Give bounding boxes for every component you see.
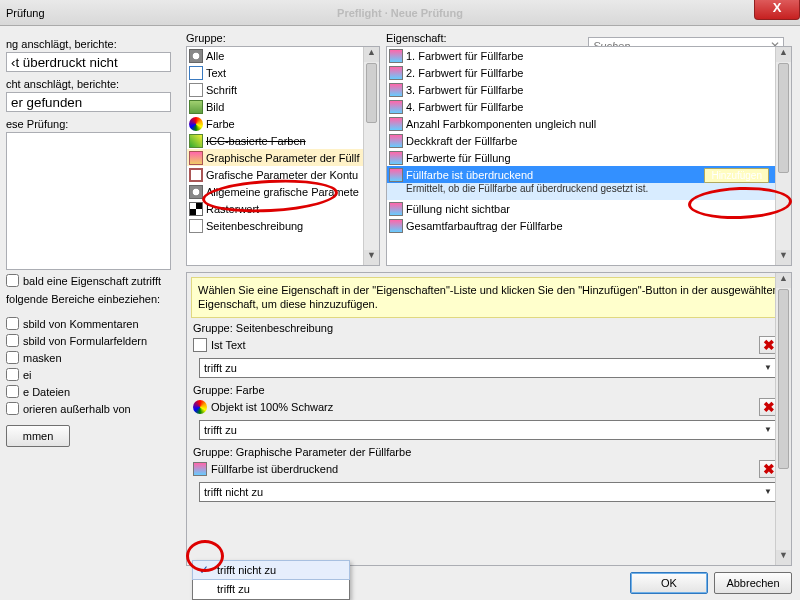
lbl-comments: sbild von Kommentaren xyxy=(23,318,139,330)
property-item-icon xyxy=(389,219,403,233)
property-item-label: Füllung nicht sichtbar xyxy=(406,203,510,215)
scroll-thumb[interactable] xyxy=(366,63,377,123)
lbl-masks: masken xyxy=(23,352,62,364)
window-title: Prüfung xyxy=(6,7,45,19)
chk-masks[interactable] xyxy=(6,351,19,364)
ok-button[interactable]: OK xyxy=(630,572,708,594)
label-include: folgende Bereiche einbeziehen: xyxy=(6,293,174,305)
property-panel: Eigenschaft: ✕ 1. Farbwert für Füllfarbe… xyxy=(386,32,792,266)
property-item-label: Gesamtfarbauftrag der Füllfarbe xyxy=(406,220,563,232)
property-item-icon xyxy=(389,202,403,216)
window-subtitle: Preflight · Neue Prüfung xyxy=(0,7,800,19)
property-item[interactable]: Gesamtfarbauftrag der Füllfarbe xyxy=(387,217,791,234)
popup-item-not-applies[interactable]: ✓ trifft nicht zu xyxy=(192,560,350,580)
scrollbar[interactable]: ▲ ▼ xyxy=(775,273,791,565)
property-item[interactable]: 3. Farbwert für Füllfarbe xyxy=(387,81,791,98)
description-box[interactable] xyxy=(6,132,171,270)
group-item-label: Alle xyxy=(206,50,224,62)
property-item-icon xyxy=(389,100,403,114)
group-item[interactable]: Seitenbeschreibung xyxy=(187,217,379,234)
popup-item-applies[interactable]: trifft zu xyxy=(193,579,349,599)
cancel-button[interactable]: Abbrechen xyxy=(714,572,792,594)
label-reports-hit: ng anschlägt, berichte: xyxy=(6,38,174,50)
input-reports-hit[interactable] xyxy=(6,52,171,72)
property-item-label: Anzahl Farbkomponenten ungleich null xyxy=(406,118,596,130)
group-panel: Gruppe: AlleTextSchriftBildFarbeICC-basi… xyxy=(186,32,380,266)
property-item-icon xyxy=(389,83,403,97)
group-item[interactable]: Grafische Parameter der Kontu xyxy=(187,166,379,183)
group-item[interactable]: Alle xyxy=(187,47,379,64)
lbl-outside: orieren außerhalb von xyxy=(23,403,131,415)
property-item-icon xyxy=(389,117,403,131)
group-item-label: Graphische Parameter der Füllf xyxy=(206,152,359,164)
group-item-label: Farbe xyxy=(206,118,235,130)
add-button[interactable]: Hinzufügen xyxy=(704,168,769,183)
property-item[interactable]: 4. Farbwert für Füllfarbe xyxy=(387,98,791,115)
property-item-label: 1. Farbwert für Füllfarbe xyxy=(406,50,523,62)
condition-dropdown[interactable]: trifft nicht zu▼ xyxy=(199,482,779,502)
property-item[interactable]: 2. Farbwert für Füllfarbe xyxy=(387,64,791,81)
chevron-down-icon: ▼ xyxy=(760,361,776,375)
scroll-down-icon[interactable]: ▼ xyxy=(364,250,379,265)
popup-item-label: trifft nicht zu xyxy=(217,564,276,576)
condition-dropdown[interactable]: trifft zu▼ xyxy=(199,358,779,378)
condition-icon xyxy=(193,338,207,352)
scroll-thumb[interactable] xyxy=(778,63,789,173)
property-item[interactable]: Füllung nicht sichtbar xyxy=(387,200,791,217)
group-item[interactable]: ICC-basierte Farben xyxy=(187,132,379,149)
group-item-label: Bild xyxy=(206,101,224,113)
scrollbar[interactable]: ▲ ▼ xyxy=(775,47,791,265)
property-list[interactable]: 1. Farbwert für Füllfarbe2. Farbwert für… xyxy=(386,46,792,266)
group-item[interactable]: Text xyxy=(187,64,379,81)
dialog-body: ng anschlägt, berichte: cht anschlägt, b… xyxy=(0,26,800,600)
chk-outside[interactable] xyxy=(6,402,19,415)
condition-icon xyxy=(193,400,207,414)
dropdown-popup[interactable]: ✓ trifft nicht zu trifft zu xyxy=(192,560,350,600)
group-item-label: Schrift xyxy=(206,84,237,96)
scroll-up-icon[interactable]: ▲ xyxy=(776,47,791,62)
group-item-label: Allgemeine grafische Paramete xyxy=(206,186,359,198)
chevron-down-icon: ▼ xyxy=(760,485,776,499)
property-item-description: Ermittelt, ob die Füllfarbe auf überdruc… xyxy=(387,183,791,200)
property-item[interactable]: Füllfarbe ist überdruckendHinzufügen xyxy=(387,166,791,183)
small-button[interactable]: mmen xyxy=(6,425,70,447)
group-item[interactable]: Bild xyxy=(187,98,379,115)
checkmark-icon: ✓ xyxy=(199,563,209,577)
group-item[interactable]: Farbe xyxy=(187,115,379,132)
group-item[interactable]: Allgemeine grafische Paramete xyxy=(187,183,379,200)
property-item[interactable]: Farbwerte für Füllung xyxy=(387,149,791,166)
group-item[interactable]: Schrift xyxy=(187,81,379,98)
chk-first-match[interactable] xyxy=(6,274,19,287)
property-item[interactable]: 1. Farbwert für Füllfarbe xyxy=(387,47,791,64)
chevron-down-icon: ▼ xyxy=(760,423,776,437)
property-item-label: Füllfarbe ist überdruckend xyxy=(406,169,533,181)
property-item-icon xyxy=(389,168,403,182)
chk-formfields[interactable] xyxy=(6,334,19,347)
lbl-files: e Dateien xyxy=(23,386,70,398)
chk-files[interactable] xyxy=(6,385,19,398)
scroll-down-icon[interactable]: ▼ xyxy=(776,250,791,265)
condition-dropdown[interactable]: trifft zu▼ xyxy=(199,420,779,440)
chk-ei[interactable] xyxy=(6,368,19,381)
group-list[interactable]: AlleTextSchriftBildFarbeICC-basierte Far… xyxy=(186,46,380,266)
group-item[interactable]: Rasterwert xyxy=(187,200,379,217)
scroll-up-icon[interactable]: ▲ xyxy=(364,47,379,62)
property-item[interactable]: Anzahl Farbkomponenten ungleich null xyxy=(387,115,791,132)
property-item-label: Farbwerte für Füllung xyxy=(406,152,511,164)
group-item-icon xyxy=(189,168,203,182)
group-item-label: Grafische Parameter der Kontu xyxy=(206,169,358,181)
popup-item-label: trifft zu xyxy=(217,583,250,595)
property-item[interactable]: Deckkraft der Füllfarbe xyxy=(387,132,791,149)
group-item-icon xyxy=(189,117,203,131)
input-reports-miss[interactable] xyxy=(6,92,171,112)
close-button[interactable]: X xyxy=(754,0,800,20)
scroll-down-icon[interactable]: ▼ xyxy=(776,550,791,565)
condition-block: Gruppe: Graphische Parameter der Füllfar… xyxy=(193,446,785,502)
scrollbar[interactable]: ▲ ▼ xyxy=(363,47,379,265)
dropdown-value: trifft zu xyxy=(204,424,237,436)
group-item[interactable]: Graphische Parameter der Füllf xyxy=(187,149,379,166)
condition-block: Gruppe: FarbeObjekt ist 100% Schwarz✖tri… xyxy=(193,384,785,440)
scroll-thumb[interactable] xyxy=(778,289,789,469)
chk-comments[interactable] xyxy=(6,317,19,330)
scroll-up-icon[interactable]: ▲ xyxy=(776,273,791,288)
